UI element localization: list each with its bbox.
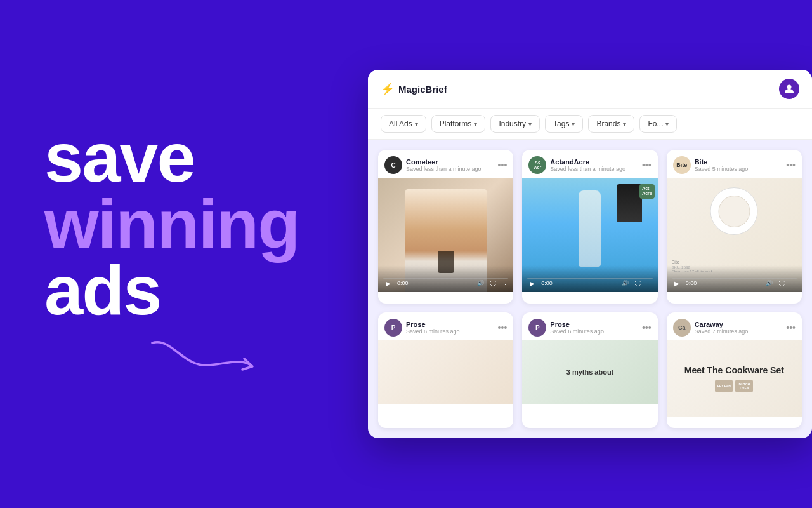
more-options-button[interactable]: ••• — [498, 160, 508, 170]
video-time: 0:00 — [397, 280, 409, 286]
brand-name: ActandAcre — [550, 158, 625, 166]
app-header: ⚡ MagicBrief — [368, 70, 812, 109]
fullscreen-button[interactable]: ⛶ — [490, 280, 496, 286]
ads-grid: C Cometeer Saved less than a minute ago … — [368, 140, 812, 438]
cookware-items: FRY PAN DUTCH OVEN — [684, 380, 784, 392]
ad-card-header: P Prose Saved 6 minutes ago ••• — [378, 312, 513, 340]
brand-time: Saved 5 minutes ago — [695, 166, 749, 172]
play-button[interactable]: ▶ — [527, 278, 537, 288]
brand-name: Cometeer — [406, 158, 481, 166]
filter-industry-label: Industry — [499, 119, 526, 128]
ad-media-cometeer: ▶ 0:00 🔊 ⛶ ⋮ — [378, 178, 513, 292]
filter-tags-label: Tags — [553, 119, 569, 128]
chevron-down-icon: ▾ — [474, 121, 477, 128]
dutchoven-label: DUTCH OVEN — [735, 382, 753, 390]
brand-time: Saved 7 minutes ago — [695, 328, 749, 335]
filter-all-ads-label: All Ads — [389, 119, 412, 128]
brand-details: Bite Saved 5 minutes ago — [695, 158, 749, 172]
more-options-button[interactable]: ••• — [786, 160, 796, 170]
lightning-icon: ⚡ — [381, 82, 395, 96]
jar-inner — [718, 196, 750, 227]
video-controls: ▶ 0:00 🔊 ⛶ ⋮ — [522, 265, 657, 292]
chevron-down-icon: ▾ — [623, 121, 626, 128]
filter-all-ads[interactable]: All Ads ▾ — [381, 115, 426, 133]
ad-card-header: C Cometeer Saved less than a minute ago … — [378, 150, 513, 178]
svg-point-0 — [787, 85, 792, 90]
video-time: 0:00 — [686, 280, 697, 286]
chevron-down-icon: ▾ — [572, 121, 575, 128]
brand-time: Saved 6 minutes ago — [550, 328, 604, 335]
ad-card-prose-2[interactable]: P Prose Saved 6 minutes ago ••• 3 myths … — [522, 312, 657, 428]
headline-line2: winning — [44, 191, 317, 258]
brand-avatar-prose2: P — [528, 319, 546, 337]
filter-industry[interactable]: Industry ▾ — [490, 115, 540, 133]
more-options-button[interactable]: ••• — [498, 323, 508, 333]
fullscreen-button[interactable]: ⛶ — [635, 280, 641, 286]
volume-button[interactable]: 🔊 — [622, 280, 629, 286]
filter-bar: All Ads ▾ Platforms ▾ Industry ▾ Tags ▾ … — [368, 109, 812, 140]
volume-button[interactable]: 🔊 — [477, 280, 484, 286]
more-options-button[interactable]: ••• — [786, 323, 796, 333]
brand-avatar-cometeer: C — [384, 156, 402, 174]
ad-media-bite: Bite SKU: 2532 Clean has 17 all its work… — [667, 178, 802, 292]
more-options-button[interactable]: ••• — [642, 323, 652, 333]
ad-card-actandacre[interactable]: AcAcr ActandAcre Saved less than a minut… — [522, 150, 657, 304]
cookware-item-frypan: FRY PAN — [715, 380, 733, 392]
headline: save winning ads — [44, 124, 317, 324]
chevron-down-icon: ▾ — [415, 121, 418, 128]
more-video-button[interactable]: ⋮ — [502, 280, 508, 286]
ad-card-header: Ca Caraway Saved 7 minutes ago ••• — [667, 312, 802, 340]
filter-format[interactable]: Fo... ▾ — [639, 115, 677, 133]
ad-card-prose-1[interactable]: P Prose Saved 6 minutes ago ••• — [378, 312, 513, 428]
more-video-button[interactable]: ⋮ — [791, 280, 797, 286]
volume-button[interactable]: 🔊 — [766, 280, 773, 286]
play-button[interactable]: ▶ — [672, 278, 682, 288]
product-jar — [710, 187, 758, 235]
play-button[interactable]: ▶ — [383, 278, 393, 288]
user-avatar[interactable] — [779, 79, 799, 99]
fullscreen-button[interactable]: ⛶ — [779, 280, 785, 286]
filter-brands-label: Brands — [596, 119, 620, 128]
brand-info: Ca Caraway Saved 7 minutes ago — [673, 319, 749, 337]
brand-details: ActandAcre Saved less than a minute ago — [550, 158, 625, 172]
brand-time: Saved less than a minute ago — [550, 166, 625, 172]
video-time: 0:00 — [541, 280, 553, 286]
brand-details: Prose Saved 6 minutes ago — [550, 321, 604, 335]
brand-info: AcAcr ActandAcre Saved less than a minut… — [528, 156, 625, 174]
ad-card-caraway[interactable]: Ca Caraway Saved 7 minutes ago ••• Meet … — [667, 312, 802, 428]
brand-name: Prose — [550, 321, 604, 328]
ad-media-caraway: Meet The Cookware Set FRY PAN DUTCH OVEN — [667, 340, 802, 417]
cookware-item-dutchoven: DUTCH OVEN — [735, 380, 753, 392]
ad-card-header: Bite Bite Saved 5 minutes ago ••• — [667, 150, 802, 178]
brand-badge: ActAcre — [639, 184, 655, 199]
more-video-button[interactable]: ⋮ — [647, 280, 653, 286]
bottle-figure — [579, 190, 601, 267]
brand-avatar-prose: P — [384, 319, 402, 337]
arrow-decoration — [146, 330, 317, 384]
user-icon — [784, 84, 794, 94]
filter-tags[interactable]: Tags ▾ — [545, 115, 583, 133]
filter-platforms[interactable]: Platforms ▾ — [431, 115, 486, 133]
brand-name: Prose — [406, 321, 460, 328]
arrow-icon — [146, 330, 260, 381]
ad-card-header: P Prose Saved 6 minutes ago ••• — [522, 312, 657, 340]
brand-avatar-caraway: Ca — [673, 319, 691, 337]
headline-line3: ads — [44, 257, 317, 324]
ad-media-actandacre: ActAcre ▶ 0:00 🔊 ⛶ ⋮ — [522, 178, 657, 292]
hero-section: save winning ads — [0, 86, 355, 422]
brand-name: Caraway — [695, 321, 749, 328]
app-preview-section: ⚡ MagicBrief All Ads ▾ Platforms ▾ Indus — [355, 0, 812, 508]
video-controls: ▶ 0:00 🔊 ⛶ ⋮ — [667, 265, 802, 292]
brand-name: Bite — [695, 158, 749, 166]
ad-card-cometeer[interactable]: C Cometeer Saved less than a minute ago … — [378, 150, 513, 304]
ad-media-prose-1 — [378, 340, 513, 404]
headline-line1: save — [44, 124, 317, 191]
filter-platforms-label: Platforms — [440, 119, 472, 128]
ad-card-bite[interactable]: Bite Bite Saved 5 minutes ago ••• Bite — [667, 150, 802, 304]
chevron-down-icon: ▾ — [528, 121, 532, 128]
brand-time: Saved less than a minute ago — [406, 166, 481, 172]
ad-media-prose-2: 3 myths about — [522, 340, 657, 404]
filter-brands[interactable]: Brands ▾ — [588, 115, 634, 133]
more-options-button[interactable]: ••• — [642, 160, 652, 170]
brand-details: Cometeer Saved less than a minute ago — [406, 158, 481, 172]
